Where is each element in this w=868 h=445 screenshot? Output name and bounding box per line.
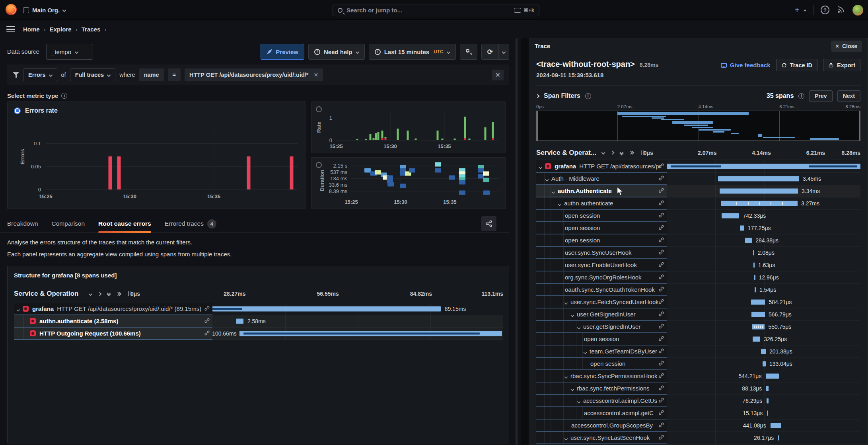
info-icon[interactable]: i [798,93,804,99]
tree-controls[interactable] [602,151,634,155]
duration-chart[interactable]: 2.15 s537 ms134 ms33.6 ms8.39 ms15:2515:… [351,162,499,196]
errors-chart[interactable]: 0.10.05015:2515:3015:35 [46,125,298,189]
span-timeline-cell[interactable]: 100.66ms [212,328,503,340]
link-icon[interactable] [658,262,664,267]
chevron-down-icon[interactable] [584,348,586,355]
link-icon[interactable] [658,385,664,391]
span-row[interactable]: user.sync.EnableUserHook1.63μs [536,259,860,271]
span-row[interactable]: accesscontrol.acimpl.GetUs76.29μs [536,395,860,407]
chevron-down-icon[interactable] [17,305,19,312]
span-timeline-cell[interactable]: 544.21μs [667,370,860,383]
tree-controls[interactable] [89,292,121,296]
span-bar[interactable] [754,275,755,280]
link-icon[interactable] [658,224,664,230]
chevron-down-icon[interactable] [571,385,574,392]
span-link[interactable] [658,286,664,293]
tab-errored-traces[interactable]: Errored traces4 [165,215,216,232]
span-name-cell[interactable]: accesscontrol.acimpl.GetUs [536,395,667,407]
span-bar[interactable] [763,361,766,367]
span-name-cell[interactable]: open session [536,222,667,234]
span-link[interactable] [658,397,664,404]
avatar[interactable] [852,5,863,16]
span-row[interactable]: rbac.sync.SyncPermissionsHook544.21μs [536,370,860,383]
search-input[interactable]: Search or jump to... ⌘+k [333,4,539,16]
span-row[interactable]: Auth - Middleware3.45ms [536,173,860,185]
span-link[interactable] [658,348,664,355]
span-name-cell[interactable]: user.getSignedInUser [536,321,667,333]
link-icon[interactable] [658,410,664,416]
span-link[interactable] [658,163,664,170]
span-row[interactable]: authn.Authenticate3.34ms [536,185,860,197]
span-bar[interactable] [236,319,243,324]
span-bar[interactable] [767,398,769,404]
export-button[interactable]: Export [823,59,860,71]
span-bar[interactable] [718,176,799,182]
org-switcher[interactable]: Main Org. [23,5,66,15]
span-timeline-cell[interactable]: 441.08μs [667,420,860,432]
structure-row[interactable]: authn.authenticate (2.58ms)2.58ms [14,315,503,328]
link-icon[interactable] [658,323,664,329]
chevron-down-icon[interactable] [546,175,548,182]
span-link[interactable] [658,311,664,318]
span-timeline-cell[interactable]: 584.21μs [667,296,860,308]
span-bar[interactable] [767,411,768,416]
span-row[interactable]: oauth.sync.SyncOauthTokenHook1.54μs [536,284,860,296]
span-link[interactable] [658,224,664,232]
span-timeline-cell[interactable]: 89.15ms [212,303,503,315]
chevron-down-icon[interactable] [559,200,561,207]
span-row[interactable]: open session177.25μs [536,222,860,234]
tab-breakdown[interactable]: Breakdown [7,215,38,232]
span-link[interactable] [658,187,664,195]
link-icon[interactable] [658,311,664,317]
span-row[interactable]: user.getSignedInUser550.75μs [536,321,860,333]
clear-filters-button[interactable]: ✕ [492,70,504,80]
span-row[interactable]: user.GetSignedInUser566.79μs [536,308,860,321]
span-link[interactable] [658,410,664,417]
prev-button[interactable]: Prev [809,90,832,102]
span-bar[interactable] [745,238,752,243]
span-row[interactable]: user.sync.SyncLastSeenHook26.17μs [536,432,860,444]
span-name-cell[interactable]: grafanaHTTP GET /api/datasources/pr [536,160,667,173]
chevron-down-icon[interactable] [565,373,567,379]
help-icon[interactable]: ? [821,6,829,14]
link-icon[interactable] [658,212,664,218]
add-button[interactable]: + [795,6,806,15]
trace-id-button[interactable]: Trace ID [776,59,817,71]
menu-icon[interactable] [6,26,15,33]
link-icon[interactable] [658,163,664,169]
radio-unselected-icon[interactable] [316,106,322,112]
span-name-cell[interactable]: team.GetTeamIDsByUser [536,345,667,358]
span-bar[interactable] [721,201,798,206]
structure-row[interactable]: HTTP Outgoing Request (100.66ms)100.66ms [14,328,503,340]
breadcrumb-item-traces[interactable]: Traces [82,26,101,33]
span-row[interactable]: rbac.sync.fetchPermissions88.13μs [536,383,860,395]
span-bar[interactable] [753,263,755,268]
span-timeline-cell[interactable]: 15.13μs [667,407,860,420]
link-icon[interactable] [658,360,664,366]
chevron-down-icon[interactable] [552,187,555,194]
link-icon[interactable] [658,274,664,280]
span-timeline-cell[interactable]: 1.54μs [667,284,860,296]
span-name-cell[interactable]: user.sync.SyncUserHook [536,247,667,259]
span-link[interactable] [658,385,664,392]
span-row[interactable]: accesscontrol.acimpl.getC15.13μs [536,407,860,420]
refresh-button[interactable]: ⟳ [481,44,499,60]
span-link[interactable] [658,175,664,182]
span-bar[interactable] [761,349,766,354]
span-link[interactable] [658,373,664,380]
span-link[interactable] [658,212,664,219]
span-timeline-cell[interactable]: 3.27ms [667,197,860,210]
link-icon[interactable] [658,249,664,255]
span-bar[interactable] [751,300,765,305]
grafana-logo-icon[interactable] [6,4,17,15]
metric-select[interactable]: Errors [23,68,57,81]
filter-operator[interactable]: = [168,68,181,81]
preview-button[interactable]: Preview [261,44,304,60]
span-timeline-cell[interactable]: 2.08μs [667,247,860,259]
span-bar[interactable] [667,164,860,169]
span-row[interactable]: user.sync.FetchSyncedUserHook584.21μs [536,296,860,308]
refresh-interval-button[interactable] [499,44,509,60]
span-row[interactable]: accesscontrol.GroupScopesBy441.08μs [536,420,860,432]
filter-value[interactable]: HTTP GET /api/datasources/proxy/uid/:uid… [185,68,323,81]
span-row[interactable]: user.sync.SyncUserHook2.08μs [536,247,860,259]
